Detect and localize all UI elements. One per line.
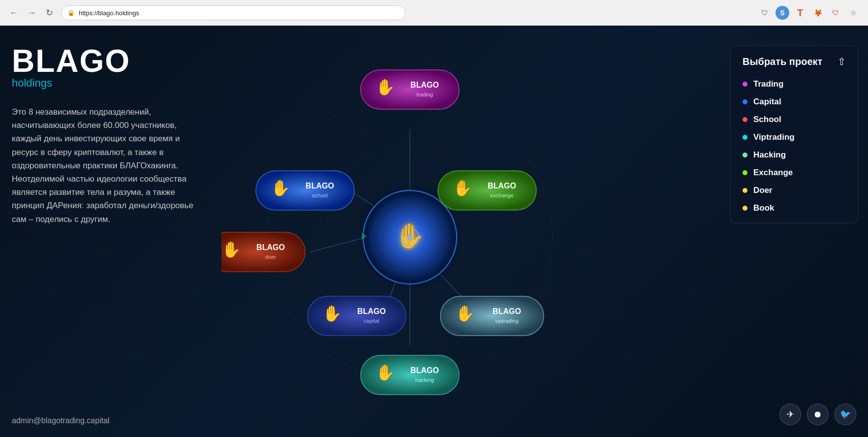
browser-right-icons: 🛡 S T 🦊 🛡 ☆ (758, 6, 860, 20)
social-buttons: ✈ ⏺ 🐦 (779, 404, 856, 425)
svg-text:✋: ✋ (375, 78, 395, 96)
svg-line-5 (310, 237, 367, 252)
project-label-viptrading: Viptrading (753, 132, 795, 142)
viptrading-node[interactable]: ✋ BLAGO viptrading (440, 296, 544, 336)
project-title: Выбрать проект (743, 56, 822, 67)
svg-text:BLAGO: BLAGO (410, 366, 439, 375)
forward-button[interactable]: → (26, 7, 37, 19)
project-item-viptrading[interactable]: Viptrading (743, 132, 846, 142)
svg-text:BLAGO: BLAGO (306, 182, 334, 190)
project-item-school[interactable]: School (743, 115, 846, 125)
svg-text:hacking: hacking (415, 377, 434, 383)
svg-text:✋: ✋ (375, 363, 395, 382)
project-item-hacking[interactable]: Hacking (743, 150, 846, 160)
svg-text:✋: ✋ (453, 179, 472, 197)
svg-text:✋: ✋ (271, 179, 290, 197)
svg-text:capital: capital (364, 318, 379, 324)
translate-icon[interactable]: T (793, 6, 807, 20)
svg-text:BLAGO: BLAGO (256, 243, 285, 251)
security-icon: 🔒 (67, 9, 75, 16)
project-dot-doer (743, 188, 747, 193)
shield-icon[interactable]: 🛡 (829, 6, 842, 20)
url-text: https://blago.holdings (79, 9, 139, 17)
svg-text:doer: doer (265, 254, 276, 260)
profile-icon[interactable]: S (775, 6, 789, 20)
project-label-book: Book (753, 203, 775, 213)
svg-text:viptrading: viptrading (495, 318, 519, 324)
svg-text:exchange: exchange (490, 192, 514, 198)
svg-text:✋: ✋ (455, 304, 475, 323)
svg-point-14 (407, 234, 413, 240)
trading-node[interactable]: ✋ BLAGO trading (361, 70, 459, 109)
telegram-button[interactable]: ✈ (779, 404, 801, 425)
project-label-trading: Trading (753, 79, 783, 89)
doer-node[interactable]: ✋ BLAGO doer (221, 232, 305, 272)
right-panel: Выбрать проект ⇧ TradingCapitalSchoolVip… (730, 45, 858, 223)
logo-title: BLAGO (12, 45, 218, 77)
project-label-exchange: Exchange (753, 168, 793, 178)
svg-text:school: school (312, 192, 328, 198)
diagram-area: ✋ ✋ BLAGO trading ✋ BLAGO school (221, 40, 595, 424)
page-content: BLAGO holdings Это 8 независимых подразд… (0, 26, 868, 437)
project-item-trading[interactable]: Trading (743, 79, 846, 89)
project-label-capital: Capital (753, 97, 781, 107)
project-dot-hacking (743, 153, 747, 157)
browser-chrome: ← → ↻ 🔒 https://blago.holdings 🛡 S T 🦊 🛡… (0, 0, 868, 26)
svg-text:BLAGO: BLAGO (357, 307, 386, 315)
svg-text:✋: ✋ (221, 240, 241, 259)
project-label-school: School (753, 115, 781, 125)
star-icon[interactable]: ☆ (846, 6, 860, 20)
project-item-capital[interactable]: Capital (743, 97, 846, 107)
project-dot-exchange (743, 170, 747, 175)
email-footer[interactable]: admin@blagotrading.capital (12, 416, 110, 425)
project-dot-book (743, 206, 747, 211)
svg-text:BLAGO: BLAGO (410, 81, 439, 89)
pocket-icon[interactable]: 🛡 (758, 6, 772, 20)
url-bar[interactable]: 🔒 https://blago.holdings (61, 5, 405, 20)
medium-button[interactable]: ⏺ (807, 404, 829, 425)
project-item-doer[interactable]: Doer (743, 186, 846, 195)
capital-node[interactable]: ✋ BLAGO capital (308, 296, 406, 336)
project-item-exchange[interactable]: Exchange (743, 168, 846, 178)
project-dot-trading (743, 82, 747, 87)
project-header: Выбрать проект ⇧ (743, 56, 846, 67)
project-dot-viptrading (743, 135, 747, 140)
project-dot-school (743, 117, 747, 122)
project-label-doer: Doer (753, 186, 773, 195)
project-label-hacking: Hacking (753, 150, 786, 160)
project-list: TradingCapitalSchoolViptradingHackingExc… (743, 79, 846, 213)
twitter-button[interactable]: 🐦 (835, 404, 856, 425)
chevron-up-icon[interactable]: ⇧ (837, 56, 846, 67)
reload-button[interactable]: ↻ (43, 7, 55, 19)
back-button[interactable]: ← (8, 7, 20, 19)
project-dot-capital (743, 99, 747, 104)
extension-icon[interactable]: 🦊 (811, 6, 825, 20)
svg-text:BLAGO: BLAGO (493, 307, 521, 315)
description-text: Это 8 независимых подразделений, насчиты… (12, 105, 204, 226)
diagram-svg: ✋ ✋ BLAGO trading ✋ BLAGO school (221, 40, 595, 424)
project-item-book[interactable]: Book (743, 203, 846, 213)
svg-text:trading: trading (416, 92, 433, 97)
school-node[interactable]: ✋ BLAGO school (256, 171, 354, 210)
left-panel: BLAGO holdings Это 8 независимых подразд… (12, 45, 218, 226)
svg-text:BLAGO: BLAGO (488, 182, 516, 190)
svg-text:✋: ✋ (322, 304, 342, 323)
hacking-node[interactable]: ✋ BLAGO hacking (361, 355, 459, 395)
exchange-node[interactable]: ✋ BLAGO exchange (438, 171, 536, 210)
